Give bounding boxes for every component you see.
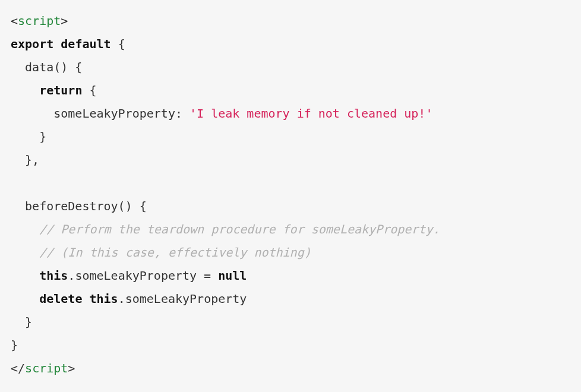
code-line: delete this.someLeakyProperty [11, 292, 247, 306]
keyword-export: export [11, 37, 53, 51]
keyword-default: default [61, 37, 110, 51]
code-line: }, [11, 153, 39, 167]
code-line: } [11, 338, 18, 352]
comment: // Perform the teardown procedure for so… [39, 222, 440, 236]
code-line: someLeakyProperty: 'I leak memory if not… [11, 106, 432, 121]
tag-name: script [18, 14, 61, 28]
code-line: data() { [11, 60, 82, 74]
string-literal: 'I leak memory if not cleaned up!' [190, 106, 432, 121]
code-line: return { [11, 83, 97, 97]
code-line: } [11, 315, 32, 329]
keyword-delete: delete [39, 292, 82, 306]
tag-bracket: > [61, 14, 68, 28]
keyword-this: this [89, 292, 118, 306]
tag-bracket: </ [11, 361, 25, 375]
tag-bracket: < [11, 14, 18, 28]
code-line: this.someLeakyProperty = null [11, 268, 247, 283]
code-line: } [11, 129, 46, 144]
code-line: <script> [11, 14, 68, 28]
code-snippet: <script> export default { data() { retur… [0, 0, 581, 390]
tag-bracket: > [68, 361, 75, 375]
keyword-return: return [39, 83, 82, 97]
keyword-null: null [218, 268, 247, 283]
code-line: // (In this case, effectively nothing) [11, 245, 311, 260]
code-line: beforeDestroy() { [11, 199, 147, 213]
code-line: </script> [11, 361, 75, 375]
keyword-this: this [39, 268, 68, 283]
tag-name: script [25, 361, 68, 375]
code-line: // Perform the teardown procedure for so… [11, 222, 440, 236]
comment: // (In this case, effectively nothing) [39, 245, 311, 260]
code-line: export default { [11, 37, 125, 51]
